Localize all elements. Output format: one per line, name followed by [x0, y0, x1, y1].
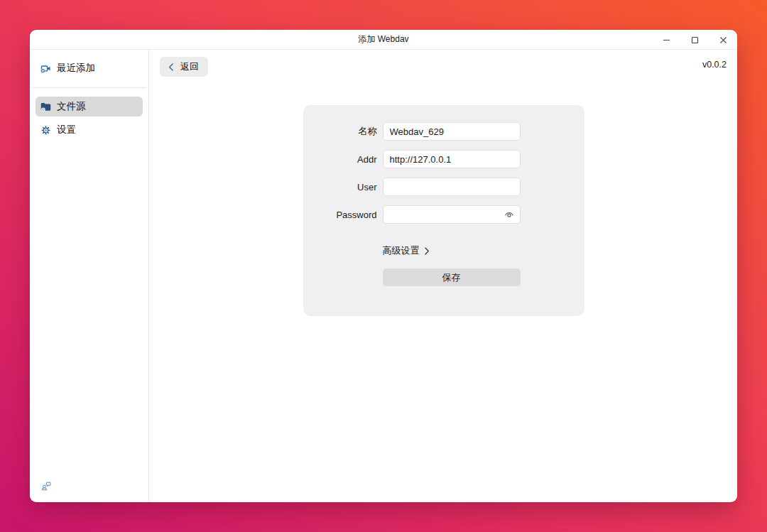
window-content: 最近添加 文件源 [30, 50, 737, 502]
sidebar: 最近添加 文件源 [30, 50, 149, 502]
sidebar-item-label: 最近添加 [57, 62, 95, 75]
window-title: 添加 Webdav [358, 33, 408, 45]
webdav-form-card: 名称 Addr User [303, 105, 584, 316]
password-input[interactable] [383, 205, 521, 224]
sidebar-item-settings[interactable]: 设置 [36, 120, 143, 140]
addr-input[interactable] [383, 150, 521, 168]
folder-sync-icon [40, 101, 52, 113]
window-controls [652, 30, 737, 50]
feedback-icon[interactable] [40, 479, 52, 492]
name-input[interactable] [383, 122, 521, 141]
form-row-password: Password [303, 205, 584, 224]
sidebar-item-label: 设置 [57, 124, 76, 136]
chevron-right-icon [422, 246, 431, 256]
close-icon [719, 36, 727, 44]
password-label: Password [303, 210, 377, 220]
minimize-icon [663, 36, 670, 44]
minimize-button[interactable] [652, 30, 680, 50]
advanced-settings-label: 高级设置 [383, 244, 420, 257]
toggle-password-visibility-button[interactable] [503, 208, 516, 221]
titlebar: 添加 Webdav [30, 30, 737, 50]
save-button[interactable]: 保存 [383, 268, 521, 286]
sidebar-divider [32, 87, 146, 88]
app-window: 添加 Webdav [30, 30, 737, 502]
form-row-user: User [303, 178, 584, 196]
name-label: 名称 [303, 125, 377, 138]
maximize-button[interactable] [680, 30, 709, 50]
user-label: User [303, 182, 377, 192]
version-label: v0.0.2 [702, 60, 727, 70]
sidebar-item-file-sources[interactable]: 文件源 [36, 97, 143, 116]
form-row-addr: Addr [303, 150, 584, 168]
user-input[interactable] [383, 178, 521, 196]
sidebar-item-recent[interactable]: 最近添加 [36, 58, 143, 78]
advanced-settings-link[interactable]: 高级设置 [383, 244, 431, 257]
close-button[interactable] [709, 30, 737, 50]
gear-icon [40, 124, 52, 136]
sidebar-footer [36, 479, 143, 495]
addr-label: Addr [303, 154, 377, 165]
maximize-icon [691, 36, 699, 44]
back-button[interactable]: 返回 [160, 57, 208, 77]
sidebar-item-label: 文件源 [57, 100, 86, 113]
back-button-label: 返回 [180, 60, 199, 73]
form-row-name: 名称 [303, 122, 584, 141]
video-camera-add-icon [40, 63, 52, 75]
chevron-left-icon [167, 63, 176, 72]
main-panel: 返回 v0.0.2 名称 Addr User [149, 50, 737, 502]
eye-icon [504, 209, 515, 220]
